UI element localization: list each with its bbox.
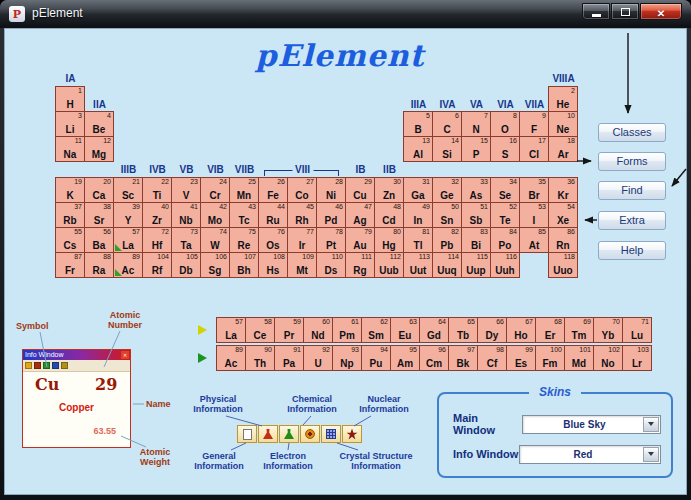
element-cell-Ru[interactable]: 44Ru	[258, 202, 288, 228]
element-cell-Sb[interactable]: 51Sb	[461, 202, 491, 228]
element-cell-Lu[interactable]: 71Lu	[622, 317, 652, 343]
element-cell-Ir[interactable]: 77Ir	[287, 227, 317, 253]
element-cell-Rn[interactable]: 86Rn	[548, 227, 578, 253]
classes-button[interactable]: Classes	[598, 123, 666, 142]
element-cell-Fr[interactable]: 87Fr	[55, 252, 85, 278]
element-cell-Er[interactable]: 68Er	[535, 317, 565, 343]
element-cell-Cu[interactable]: 29Cu	[345, 177, 375, 203]
element-cell-Cd[interactable]: 48Cd	[374, 202, 404, 228]
element-cell-La[interactable]: 57La	[113, 227, 143, 253]
element-cell-S[interactable]: 16S	[490, 136, 520, 162]
chemical-information-icon[interactable]	[300, 425, 320, 443]
element-cell-H[interactable]: 1H	[55, 86, 85, 112]
element-cell-Dy[interactable]: 66Dy	[477, 317, 507, 343]
element-cell-Cr[interactable]: 24Cr	[200, 177, 230, 203]
info-window-close-icon[interactable]	[121, 351, 129, 359]
element-cell-He[interactable]: 2He	[548, 86, 578, 112]
info-toolbar-icon[interactable]	[34, 362, 41, 369]
info-window[interactable]: Info Window Cu 29 Copper 63.55	[22, 349, 131, 448]
element-cell-Tl[interactable]: 81Tl	[403, 227, 433, 253]
element-cell-Db[interactable]: 105Db	[171, 252, 201, 278]
element-cell-Rb[interactable]: 37Rb	[55, 202, 85, 228]
element-cell-Np[interactable]: 93Np	[332, 345, 362, 371]
element-cell-Ho[interactable]: 67Ho	[506, 317, 536, 343]
element-cell-C[interactable]: 6C	[432, 111, 462, 137]
element-cell-Ne[interactable]: 10Ne	[548, 111, 578, 137]
element-cell-Sr[interactable]: 38Sr	[84, 202, 114, 228]
element-cell-Po[interactable]: 84Po	[490, 227, 520, 253]
combo-dropdown-button[interactable]	[643, 447, 659, 462]
element-cell-Mn[interactable]: 25Mn	[229, 177, 259, 203]
help-button[interactable]: Help	[598, 241, 666, 260]
extra-button[interactable]: Extra	[598, 211, 666, 230]
element-cell-Mt[interactable]: 109Mt	[287, 252, 317, 278]
element-cell-Yb[interactable]: 70Yb	[593, 317, 623, 343]
element-cell-Uup[interactable]: 115Uup	[461, 252, 491, 278]
element-cell-Eu[interactable]: 63Eu	[390, 317, 420, 343]
element-cell-Ti[interactable]: 22Ti	[142, 177, 172, 203]
element-cell-Sm[interactable]: 62Sm	[361, 317, 391, 343]
element-cell-Xe[interactable]: 54Xe	[548, 202, 578, 228]
nuclear-information-icon[interactable]	[342, 425, 362, 443]
element-cell-Ar[interactable]: 18Ar	[548, 136, 578, 162]
element-cell-Tb[interactable]: 65Tb	[448, 317, 478, 343]
electron-information-icon[interactable]	[279, 425, 299, 443]
element-cell-Md[interactable]: 101Md	[564, 345, 594, 371]
element-cell-Mg[interactable]: 12Mg	[84, 136, 114, 162]
element-cell-Ra[interactable]: 88Ra	[84, 252, 114, 278]
element-cell-Hg[interactable]: 80Hg	[374, 227, 404, 253]
element-cell-Re[interactable]: 75Re	[229, 227, 259, 253]
element-cell-Rf[interactable]: 104Rf	[142, 252, 172, 278]
element-cell-La[interactable]: 57La	[216, 317, 246, 343]
element-cell-Pd[interactable]: 46Pd	[316, 202, 346, 228]
element-cell-Ta[interactable]: 73Ta	[171, 227, 201, 253]
element-cell-Be[interactable]: 4Be	[84, 111, 114, 137]
element-cell-Nd[interactable]: 60Nd	[303, 317, 333, 343]
crystal-structure-information-icon[interactable]	[321, 425, 341, 443]
element-cell-F[interactable]: 9F	[519, 111, 549, 137]
element-cell-Co[interactable]: 27Co	[287, 177, 317, 203]
element-cell-Nb[interactable]: 41Nb	[171, 202, 201, 228]
element-cell-I[interactable]: 53I	[519, 202, 549, 228]
element-cell-Ba[interactable]: 56Ba	[84, 227, 114, 253]
physical-information-icon[interactable]	[258, 425, 278, 443]
element-cell-Ni[interactable]: 28Ni	[316, 177, 346, 203]
element-cell-Rg[interactable]: 111Rg	[345, 252, 375, 278]
element-cell-Zn[interactable]: 30Zn	[374, 177, 404, 203]
element-cell-Tm[interactable]: 69Tm	[564, 317, 594, 343]
element-cell-Uuo[interactable]: 118Uuo	[548, 252, 578, 278]
element-cell-Ag[interactable]: 47Ag	[345, 202, 375, 228]
element-cell-Gd[interactable]: 64Gd	[419, 317, 449, 343]
element-cell-Sc[interactable]: 21Sc	[113, 177, 143, 203]
element-cell-B[interactable]: 5B	[403, 111, 433, 137]
element-cell-Al[interactable]: 13Al	[403, 136, 433, 162]
element-cell-At[interactable]: 85At	[519, 227, 549, 253]
element-cell-N[interactable]: 7N	[461, 111, 491, 137]
element-cell-Uub[interactable]: 112Uub	[374, 252, 404, 278]
element-cell-Ac[interactable]: 89Ac	[216, 345, 246, 371]
info-toolbar-icon[interactable]	[61, 362, 68, 369]
element-cell-Pa[interactable]: 91Pa	[274, 345, 304, 371]
general-information-icon[interactable]	[237, 425, 257, 443]
info-toolbar-icon[interactable]	[52, 362, 59, 369]
element-cell-In[interactable]: 49In	[403, 202, 433, 228]
element-cell-Es[interactable]: 99Es	[506, 345, 536, 371]
element-cell-Th[interactable]: 90Th	[245, 345, 275, 371]
element-cell-Si[interactable]: 14Si	[432, 136, 462, 162]
element-cell-V[interactable]: 23V	[171, 177, 201, 203]
forms-button[interactable]: Forms	[598, 152, 666, 171]
element-cell-P[interactable]: 15P	[461, 136, 491, 162]
combo-dropdown-button[interactable]	[643, 417, 659, 432]
element-cell-Ds[interactable]: 110Ds	[316, 252, 346, 278]
element-cell-Ge[interactable]: 32Ge	[432, 177, 462, 203]
element-cell-Kr[interactable]: 36Kr	[548, 177, 578, 203]
element-cell-K[interactable]: 19K	[55, 177, 85, 203]
element-cell-Uut[interactable]: 113Uut	[403, 252, 433, 278]
element-cell-Cl[interactable]: 17Cl	[519, 136, 549, 162]
element-cell-Mo[interactable]: 42Mo	[200, 202, 230, 228]
element-cell-Ga[interactable]: 31Ga	[403, 177, 433, 203]
element-cell-Cs[interactable]: 55Cs	[55, 227, 85, 253]
element-cell-Os[interactable]: 76Os	[258, 227, 288, 253]
element-cell-Pt[interactable]: 78Pt	[316, 227, 346, 253]
element-cell-Uuh[interactable]: 116Uuh	[490, 252, 520, 278]
